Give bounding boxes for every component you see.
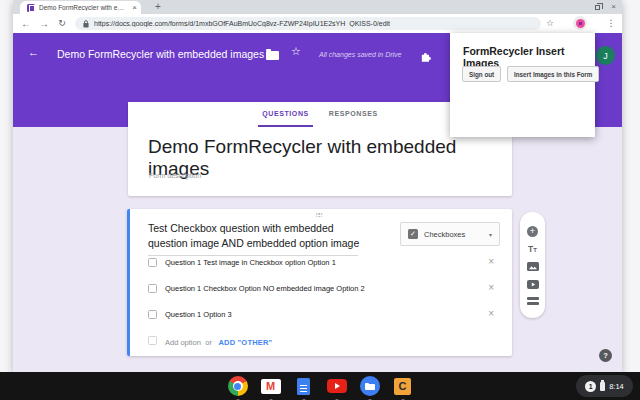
extension-icon <box>576 19 585 28</box>
remove-option-icon[interactable]: × <box>488 283 498 293</box>
chevron-down-icon: ▾ <box>489 231 492 238</box>
add-question-icon[interactable]: + <box>527 226 538 237</box>
addons-puzzle-icon[interactable] <box>420 48 431 66</box>
option-label[interactable]: Question 1 Option 3 <box>165 310 480 319</box>
formrecycler-popup: FormRecycler Insert Images Sign out Inse… <box>450 33 595 137</box>
account-avatar[interactable]: J <box>596 46 615 65</box>
add-image-icon[interactable] <box>527 262 539 271</box>
checkbox-icon <box>148 336 157 345</box>
question-type-label: Checkboxes <box>424 230 483 239</box>
add-option-link[interactable]: Add option <box>165 338 201 347</box>
c-app-logo-icon: C <box>394 378 411 395</box>
checkbox-icon <box>148 310 157 319</box>
docs-app-icon[interactable] <box>294 376 314 396</box>
files-app-icon[interactable] <box>360 376 380 396</box>
selected-question-accent <box>127 209 130 356</box>
option-label[interactable]: Question 1 Checkbox Option NO embedded i… <box>165 284 480 293</box>
insert-toolbar: + TT <box>520 212 545 318</box>
https-lock-icon <box>83 20 89 28</box>
tab-close-icon[interactable]: × <box>132 4 137 12</box>
chromeos-shelf: M C 1 8:14 <box>0 372 640 400</box>
tab-questions[interactable]: QUESTIONS <box>258 102 313 127</box>
tab-strip: Demo FormRecycler with embedded images ×… <box>13 0 622 14</box>
chrome-logo-icon <box>228 376 248 396</box>
shelf-apps: M C <box>0 372 640 400</box>
chromeos-desktop: Demo FormRecycler with embedded images ×… <box>0 0 640 400</box>
close-window-icon[interactable]: × <box>611 3 616 11</box>
forward-icon[interactable]: → <box>37 14 51 33</box>
files-logo-icon <box>360 376 380 396</box>
insert-images-button[interactable]: Insert Images in this Form <box>507 66 599 82</box>
c-app-icon[interactable]: C <box>393 376 413 396</box>
restore-window-icon[interactable] <box>595 5 600 10</box>
bookmark-star-icon[interactable]: ☆ <box>546 14 554 33</box>
reload-icon[interactable]: ↻ <box>55 14 69 33</box>
add-other-link[interactable]: ADD "OTHER" <box>218 338 272 347</box>
add-video-icon[interactable] <box>527 280 539 289</box>
forms-star-icon[interactable]: ☆ <box>291 45 301 58</box>
browser-toolbar: ← → ↻ https://docs.google.com/forms/d/1m… <box>13 14 622 33</box>
notification-badge: 1 <box>585 381 596 392</box>
clock: 8:14 <box>609 382 624 391</box>
sign-out-button[interactable]: Sign out <box>462 66 501 82</box>
help-icon[interactable]: ? <box>599 349 612 362</box>
browser-window: Demo FormRecycler with embedded images ×… <box>13 0 622 372</box>
question-type-dropdown[interactable]: ✓ Checkboxes ▾ <box>400 222 500 246</box>
status-tray[interactable]: 1 8:14 <box>576 375 633 397</box>
tab-responses[interactable]: RESPONSES <box>325 102 382 127</box>
remove-option-icon[interactable]: × <box>488 309 498 319</box>
battery-icon <box>600 382 605 391</box>
option-row: Question 1 Checkbox Option NO embedded i… <box>148 280 498 296</box>
youtube-app-icon[interactable] <box>327 376 347 396</box>
add-option-text: Add option or ADD "OTHER" <box>165 331 498 349</box>
checkbox-icon <box>148 284 157 293</box>
question-title-field[interactable]: Test Checkbox question with embedded que… <box>148 221 376 251</box>
chrome-app-icon[interactable] <box>228 376 248 396</box>
formrecycler-extension-button[interactable] <box>573 16 587 30</box>
option-label[interactable]: Question 1 Test image in Checkbox option… <box>165 258 480 267</box>
option-row: Question 1 Test image in Checkbox option… <box>148 254 498 270</box>
remove-option-icon[interactable]: × <box>488 257 498 267</box>
window-controls: × <box>595 0 616 14</box>
tab-title: Demo FormRecycler with embedded images <box>39 4 128 11</box>
option-row: Question 1 Option 3 × <box>148 306 498 322</box>
form-title-field[interactable]: Demo FormRecycler with embedded images <box>148 136 512 180</box>
docs-logo-icon <box>297 378 310 395</box>
browser-tab[interactable]: Demo FormRecycler with embedded images × <box>20 1 141 14</box>
youtube-logo-icon <box>327 379 347 393</box>
forms-header-title[interactable]: Demo FormRecycler with embedded images <box>57 48 264 60</box>
saved-status: All changes saved in Drive <box>319 51 402 58</box>
gmail-logo-icon: M <box>261 379 281 394</box>
or-text: or <box>205 338 212 347</box>
forms-back-icon[interactable]: ← <box>28 46 39 58</box>
new-tab-button[interactable]: + <box>151 0 165 14</box>
forms-favicon-icon <box>27 4 35 12</box>
move-to-folder-icon[interactable] <box>266 51 279 60</box>
add-section-icon[interactable] <box>527 297 539 305</box>
form-description-field[interactable]: Form description <box>149 172 201 179</box>
drag-handle-icon[interactable] <box>316 213 324 218</box>
browser-menu-icon[interactable]: ⋮ <box>605 14 617 33</box>
back-icon[interactable]: ← <box>19 14 33 33</box>
add-title-icon[interactable]: TT <box>528 245 537 254</box>
question-card: Test Checkbox question with embedded que… <box>127 209 512 356</box>
url-text: https://docs.google.com/forms/d/1mxbGOfF… <box>94 20 390 27</box>
add-option-row: Add option or ADD "OTHER" <box>148 332 498 348</box>
gmail-app-icon[interactable]: M <box>261 376 281 396</box>
checkbox-type-icon: ✓ <box>408 229 418 239</box>
checkbox-icon <box>148 258 157 267</box>
address-bar[interactable]: https://docs.google.com/forms/d/1mxbGOfF… <box>75 17 541 30</box>
